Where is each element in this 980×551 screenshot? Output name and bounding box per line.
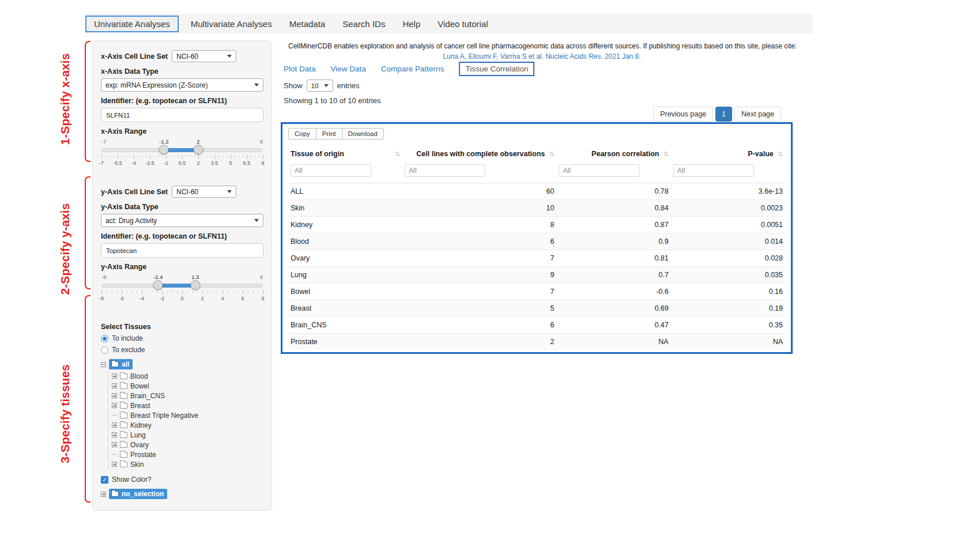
- chevron-down-icon: [227, 55, 232, 58]
- sort-icon[interactable]: ⇅: [395, 150, 400, 158]
- x-identifier-input[interactable]: [101, 108, 263, 122]
- entries-select[interactable]: 10: [307, 80, 333, 92]
- y-data-type-select[interactable]: act: Drug Activity: [101, 214, 263, 227]
- sort-icon[interactable]: ⇅: [549, 150, 554, 158]
- radio-to-exclude[interactable]: To exclude: [101, 346, 263, 354]
- slider-handle-high[interactable]: [190, 280, 200, 290]
- column-header-pearson[interactable]: Pearson correlation⇅: [556, 145, 670, 163]
- slider-fill: [158, 284, 195, 288]
- table-body: ALL600.783.6e-13Skin100.840.0023Kidney80…: [288, 183, 785, 350]
- previous-page-button[interactable]: Previous page: [653, 107, 713, 122]
- slider-minor-tick: [233, 290, 233, 293]
- tree-item-ovary[interactable]: Ovary: [112, 440, 263, 450]
- tree-item-breast-triple-negative[interactable]: Breast Triple Negative: [112, 410, 263, 420]
- filter-tissue-input[interactable]: [291, 164, 371, 177]
- collapse-icon[interactable]: [101, 362, 106, 367]
- tree-root-node[interactable]: all: [109, 359, 133, 369]
- cell-tissue: Ovary: [288, 250, 402, 267]
- cell-value: 7: [402, 284, 556, 300]
- page-1-button[interactable]: 1: [715, 107, 732, 122]
- slider-minor-tick: [167, 290, 168, 293]
- expand-icon[interactable]: [112, 432, 117, 437]
- x-cell-line-set-select[interactable]: NCI-60: [172, 50, 236, 62]
- slider-minor-tick: [152, 290, 153, 293]
- slider-handle-low[interactable]: [153, 280, 163, 290]
- tab-univariate-analyses[interactable]: Univariate Analyses: [85, 16, 179, 32]
- radio-to-include[interactable]: To include: [101, 334, 263, 342]
- tree-item-blood[interactable]: Blood: [112, 371, 263, 381]
- slider-handle-low[interactable]: [159, 145, 169, 154]
- expand-icon[interactable]: [112, 442, 117, 447]
- column-header-pvalue[interactable]: P-value⇅: [671, 145, 785, 163]
- expand-icon[interactable]: [112, 373, 117, 379]
- expand-icon[interactable]: [112, 393, 117, 398]
- sort-icon[interactable]: ⇅: [778, 150, 783, 158]
- tree-item-prostate[interactable]: Prostate: [112, 450, 263, 459]
- tree-item-bowel[interactable]: Bowel: [112, 381, 263, 391]
- slider-minor-tick: [127, 290, 127, 293]
- x-range-slider[interactable]: -78-1.22-7-5.5-4-2.5-10.523.556.58: [101, 138, 263, 168]
- tree-item-label: Blood: [130, 372, 148, 380]
- tree-item-brain-cns[interactable]: Brain_CNS: [112, 391, 263, 401]
- table-row: Brain_CNS60.470.35: [288, 317, 785, 334]
- tree-item-kidney[interactable]: Kidney: [112, 420, 263, 430]
- tab-compare-patterns[interactable]: Compare Patterns: [381, 65, 444, 73]
- y-cell-line-set-select[interactable]: NCI-60: [172, 186, 236, 198]
- folder-icon: [120, 393, 127, 399]
- expand-icon[interactable]: [112, 422, 117, 428]
- download-button[interactable]: Download: [342, 128, 384, 139]
- print-button[interactable]: Print: [316, 128, 342, 139]
- expand-icon[interactable]: [112, 403, 117, 408]
- column-header-tissue[interactable]: Tissue of origin⇅: [288, 145, 402, 163]
- tab-search-ids[interactable]: Search IDs: [334, 16, 394, 32]
- expand-icon[interactable]: [112, 383, 117, 388]
- filter-pvalue-input[interactable]: [673, 164, 754, 177]
- slider-minor-tick: [154, 155, 154, 157]
- tab-view-data[interactable]: View Data: [331, 65, 366, 73]
- slider-minor-tick: [114, 155, 114, 157]
- slider-minor-tick: [202, 155, 203, 157]
- tab-metadata[interactable]: Metadata: [281, 16, 334, 32]
- copy-button[interactable]: Copy: [288, 128, 316, 139]
- expand-icon[interactable]: [112, 462, 117, 467]
- cell-value: 5: [402, 300, 556, 317]
- tree-item-all[interactable]: all: [101, 359, 263, 369]
- column-header-cell-lines[interactable]: Cell lines with complete observations⇅: [402, 145, 556, 163]
- slider-minor-tick: [158, 155, 159, 157]
- slider-tick-label: -6: [119, 296, 124, 301]
- y-identifier-input[interactable]: [101, 243, 263, 258]
- slider-tick: [142, 290, 142, 295]
- tree-item-lung[interactable]: Lung: [112, 430, 263, 440]
- tab-tissue-correlation[interactable]: Tissue Correlation: [459, 62, 534, 76]
- no-selection-node[interactable]: no_selection: [109, 489, 167, 499]
- show-color-checkbox[interactable]: ✓ Show Color?: [101, 475, 263, 484]
- citation-link[interactable]: Luna A, Elloumi F, Varma S et al. Nuclei…: [288, 52, 796, 61]
- folder-icon: [120, 383, 127, 389]
- header-label: Cell lines with complete observations: [416, 150, 545, 158]
- tab-video-tutorial[interactable]: Video tutorial: [429, 16, 496, 32]
- tree-item-breast[interactable]: Breast: [112, 401, 263, 410]
- next-page-button[interactable]: Next page: [734, 107, 781, 122]
- tab-help[interactable]: Help: [394, 16, 429, 32]
- filter-pearson-input[interactable]: [559, 164, 639, 177]
- pagination: Previous page 1 Next page: [653, 107, 781, 122]
- tab-multivariate-analyses[interactable]: Multivariate Analyses: [182, 16, 281, 32]
- slider-grid: -7-5.5-4-2.5-10.523.556.58: [101, 155, 263, 168]
- slider-handle-high[interactable]: [194, 145, 203, 154]
- expand-icon[interactable]: [101, 492, 106, 497]
- tab-plot-data[interactable]: Plot Data: [284, 65, 316, 73]
- x-data-type-select[interactable]: exp: mRNA Expression (Z-Score): [101, 78, 263, 92]
- slider-min-label: -7: [101, 138, 106, 145]
- radio-to-include-label: To include: [112, 334, 143, 342]
- y-range-slider[interactable]: -88-2.41.3-8-6-4-202468: [101, 274, 263, 304]
- sort-icon[interactable]: ⇅: [664, 150, 669, 158]
- slider-minor-tick: [177, 290, 178, 293]
- slider-tick-label: 3.5: [211, 160, 218, 166]
- table-row: Lung90.70.035: [288, 267, 785, 284]
- slider-tick-label: -2.5: [145, 160, 154, 166]
- tree-item-no-selection[interactable]: no_selection: [101, 489, 263, 499]
- cell-value: 0.028: [671, 250, 785, 267]
- filter-cell-lines-input[interactable]: [405, 164, 485, 177]
- slider-tick-label: 2: [201, 296, 203, 301]
- tree-item-skin[interactable]: Skin: [112, 459, 263, 469]
